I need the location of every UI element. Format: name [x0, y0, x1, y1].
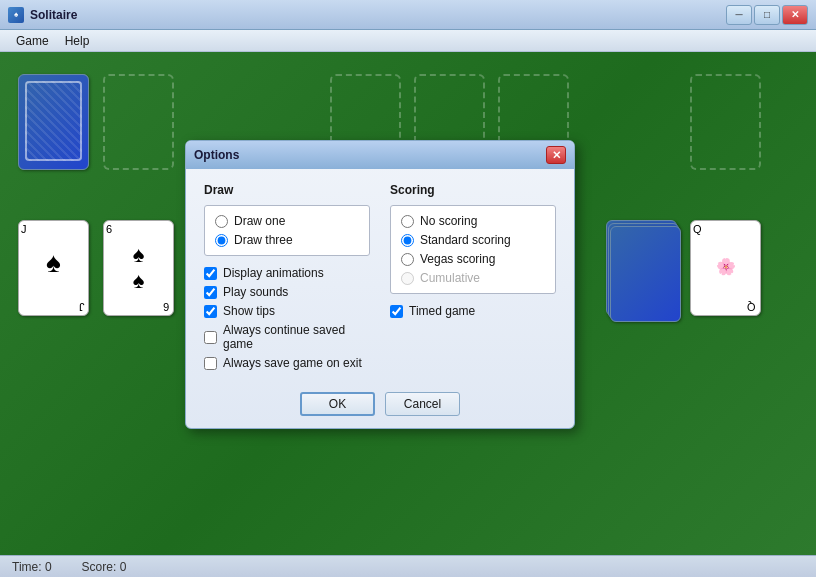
draw-three-row: Draw three	[215, 233, 359, 247]
display-animations-row: Display animations	[204, 266, 370, 280]
minimize-button[interactable]: ─	[726, 5, 752, 25]
standard-scoring-label[interactable]: Standard scoring	[420, 233, 511, 247]
always-continue-label[interactable]: Always continue saved game	[223, 323, 370, 351]
scoring-section-title: Scoring	[390, 183, 556, 197]
options-dialog: Options ✕ Draw Draw one Draw three Di	[185, 140, 575, 429]
always-save-checkbox[interactable]	[204, 357, 217, 370]
draw-section-title: Draw	[204, 183, 370, 197]
play-sounds-row: Play sounds	[204, 285, 370, 299]
cumulative-radio	[401, 272, 414, 285]
draw-one-radio[interactable]	[215, 215, 228, 228]
timed-game-row: Timed game	[390, 304, 556, 318]
no-scoring-label[interactable]: No scoring	[420, 214, 477, 228]
tableau-stack-1c	[610, 226, 681, 322]
dialog-title-bar: Options ✕	[186, 141, 574, 169]
no-scoring-radio[interactable]	[401, 215, 414, 228]
draw-three-radio[interactable]	[215, 234, 228, 247]
dialog-body: Draw Draw one Draw three Display animati…	[186, 169, 574, 384]
tableau-card-1[interactable]: J ♠ J	[18, 220, 89, 316]
dialog-title: Options	[194, 148, 546, 162]
close-button[interactable]: ✕	[782, 5, 808, 25]
draw-one-label[interactable]: Draw one	[234, 214, 285, 228]
window-title: Solitaire	[30, 8, 726, 22]
cumulative-label: Cumulative	[420, 271, 480, 285]
cancel-button[interactable]: Cancel	[385, 392, 460, 416]
draw-options-group: Draw one Draw three	[204, 205, 370, 256]
vegas-scoring-radio[interactable]	[401, 253, 414, 266]
draw-one-row: Draw one	[215, 214, 359, 228]
timed-game-checkbox[interactable]	[390, 305, 403, 318]
always-continue-row: Always continue saved game	[204, 323, 370, 351]
always-save-label[interactable]: Always save game on exit	[223, 356, 362, 370]
dialog-close-button[interactable]: ✕	[546, 146, 566, 164]
show-tips-row: Show tips	[204, 304, 370, 318]
cumulative-row: Cumulative	[401, 271, 545, 285]
play-sounds-label[interactable]: Play sounds	[223, 285, 288, 299]
menu-bar: Game Help	[0, 30, 816, 52]
play-sounds-checkbox[interactable]	[204, 286, 217, 299]
scoring-options-group: No scoring Standard scoring Vegas scorin…	[390, 205, 556, 294]
always-save-row: Always save game on exit	[204, 356, 370, 370]
app-icon: ♠	[8, 7, 24, 23]
timed-game-label[interactable]: Timed game	[409, 304, 475, 318]
menu-help[interactable]: Help	[57, 32, 98, 50]
right-panel: Scoring No scoring Standard scoring Vega…	[390, 183, 556, 370]
no-scoring-row: No scoring	[401, 214, 545, 228]
score-label: Score: 0	[82, 560, 127, 574]
vegas-scoring-row: Vegas scoring	[401, 252, 545, 266]
waste-slot	[103, 74, 174, 170]
window-controls: ─ □ ✕	[726, 5, 808, 25]
dialog-footer: OK Cancel	[186, 384, 574, 428]
time-label: Time: 0	[12, 560, 52, 574]
foundation-4	[690, 74, 761, 170]
left-panel: Draw Draw one Draw three Display animati…	[204, 183, 370, 370]
title-bar: ♠ Solitaire ─ □ ✕	[0, 0, 816, 30]
vegas-scoring-label[interactable]: Vegas scoring	[420, 252, 495, 266]
status-bar: Time: 0 Score: 0	[0, 555, 816, 577]
ok-button[interactable]: OK	[300, 392, 375, 416]
menu-game[interactable]: Game	[8, 32, 57, 50]
tableau-card-2[interactable]: 6 ♠ ♠ 6	[103, 220, 174, 316]
show-tips-checkbox[interactable]	[204, 305, 217, 318]
show-tips-label[interactable]: Show tips	[223, 304, 275, 318]
deck-card[interactable]	[18, 74, 89, 170]
tableau-card-q[interactable]: Q 🌸 Q	[690, 220, 761, 316]
always-continue-checkbox[interactable]	[204, 331, 217, 344]
display-animations-label[interactable]: Display animations	[223, 266, 324, 280]
display-animations-checkbox[interactable]	[204, 267, 217, 280]
standard-scoring-radio[interactable]	[401, 234, 414, 247]
maximize-button[interactable]: □	[754, 5, 780, 25]
draw-three-label[interactable]: Draw three	[234, 233, 293, 247]
standard-scoring-row: Standard scoring	[401, 233, 545, 247]
